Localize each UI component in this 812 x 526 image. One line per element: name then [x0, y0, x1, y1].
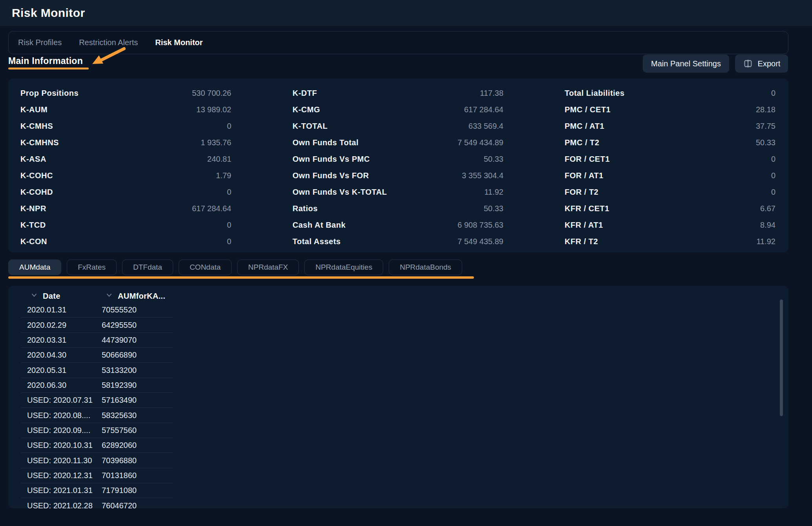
- data-tab-dtfdata[interactable]: DTFdata: [122, 259, 173, 275]
- risk-monitor-page: Risk Monitor Risk ProfilesRestriction Al…: [0, 0, 812, 526]
- table-row[interactable]: USED: 2021.01.3171791080: [21, 483, 173, 498]
- table-cell-value: 50666890: [102, 351, 137, 360]
- table-row[interactable]: 2020.04.3050666890: [21, 348, 173, 363]
- annotation-arrow-icon: [88, 46, 127, 66]
- table-header-label: Date: [43, 292, 60, 301]
- stat-value: 240.81: [207, 155, 231, 164]
- stat-label: K-ASA: [20, 155, 46, 164]
- stat-label: Total Assets: [293, 237, 341, 246]
- table-cell-date: 2020.05.31: [27, 366, 66, 375]
- app-header: Risk Monitor: [0, 0, 812, 26]
- stat-row-k-npr: K-NPR617 284.64: [20, 200, 231, 217]
- stat-label: Ratios: [293, 204, 318, 213]
- table-row[interactable]: USED: 2021.02.2876046720: [21, 498, 173, 508]
- table-cell-value: 58192390: [102, 381, 137, 390]
- table-cell-value: 76046720: [102, 501, 137, 508]
- stat-value: 28.18: [756, 105, 775, 114]
- stat-row-k-cohd: K-COHD0: [20, 184, 231, 200]
- export-button[interactable]: Export: [735, 55, 788, 73]
- stats-column-2: K-DTF117.38K-CMG617 284.64K-TOTAL633 569…: [293, 85, 503, 250]
- table-row[interactable]: 2020.05.3153133200: [21, 363, 173, 378]
- data-tab-condata[interactable]: CONdata: [179, 259, 232, 275]
- stat-label: K-CON: [20, 237, 47, 246]
- stat-row-k-con: K-CON0: [20, 233, 231, 250]
- table-cell-date: 2020.02.29: [27, 321, 66, 330]
- stat-row-total-liabilities: Total Liabilities0: [565, 85, 775, 101]
- stat-row-pmc-at1: PMC / AT137.75: [565, 118, 775, 134]
- stat-row-own-funds-vs-k-total: Own Funds Vs K-TOTAL11.92: [293, 184, 503, 200]
- data-tab-nprdataequities[interactable]: NPRdataEquities: [304, 259, 383, 275]
- table-body: 2020.01.31705555202020.02.29642955502020…: [21, 303, 173, 508]
- stat-label: K-CMG: [293, 105, 320, 114]
- table-scrollbar[interactable]: [780, 300, 783, 416]
- main-panel-settings-label: Main Panel Settings: [651, 59, 721, 68]
- main-panel-settings-button[interactable]: Main Panel Settings: [643, 55, 729, 73]
- table-row[interactable]: 2020.01.3170555520: [21, 303, 173, 318]
- stat-label: FOR / T2: [565, 188, 598, 197]
- data-tab-aumdata[interactable]: AUMdata: [8, 259, 61, 275]
- stat-value: 0: [771, 171, 775, 180]
- stat-label: Prop Positions: [20, 89, 79, 98]
- table-row[interactable]: 2020.02.2964295550: [21, 318, 173, 332]
- stat-label: PMC / T2: [565, 138, 599, 147]
- stat-row-ratios: Ratios50.33: [293, 200, 503, 217]
- table-header-aumforka[interactable]: AUMforKA...: [106, 289, 165, 303]
- stat-value: 530 700.26: [192, 89, 231, 98]
- stat-label: K-COHD: [20, 188, 53, 197]
- stat-row-k-total: K-TOTAL633 569.4: [293, 118, 503, 134]
- stat-label: KFR / AT1: [565, 221, 603, 230]
- stat-label: K-DTF: [293, 89, 317, 98]
- stat-label: K-NPR: [20, 204, 46, 213]
- table-cell-date: USED: 2020.08....: [27, 411, 90, 420]
- data-tab-nprdatafx[interactable]: NPRdataFX: [237, 259, 299, 275]
- stat-row-for-t2: FOR / T20: [565, 184, 775, 200]
- data-tab-fxrates[interactable]: FxRates: [67, 259, 117, 275]
- page-title: Risk Monitor: [12, 6, 85, 20]
- table-row[interactable]: USED: 2020.07.3157163490: [21, 393, 173, 408]
- table-row[interactable]: 2020.03.3144739070: [21, 333, 173, 348]
- stat-row-k-aum: K-AUM13 989.02: [20, 101, 231, 118]
- stat-row-own-funds-vs-for: Own Funds Vs FOR3 355 304.4: [293, 167, 503, 184]
- stat-label: KFR / T2: [565, 237, 598, 246]
- table-row[interactable]: USED: 2020.08....58325630: [21, 408, 173, 423]
- table-header-label: AUMforKA...: [118, 292, 165, 301]
- stat-label: Own Funds Vs PMC: [293, 155, 370, 164]
- stat-label: K-TOTAL: [293, 122, 327, 131]
- stat-value: 7 549 434.89: [457, 138, 503, 147]
- stat-row-cash-at-bank: Cash At Bank6 908 735.63: [293, 217, 503, 233]
- table-cell-value: 53133200: [102, 366, 137, 375]
- stat-row-own-funds-total: Own Funds Total7 549 434.89: [293, 134, 503, 151]
- data-tab-nprdatabonds[interactable]: NPRdataBonds: [389, 259, 462, 275]
- stat-row-total-assets: Total Assets7 549 435.89: [293, 233, 503, 250]
- table-row[interactable]: USED: 2020.11.3070396880: [21, 453, 173, 468]
- table-row[interactable]: USED: 2020.09....57557560: [21, 423, 173, 438]
- export-icon: [743, 58, 753, 69]
- stat-label: K-CMHS: [20, 122, 53, 131]
- section-title-underline: [8, 68, 89, 69]
- stat-value: 0: [227, 237, 231, 246]
- nav-tab-risk-profiles[interactable]: Risk Profiles: [18, 38, 62, 47]
- nav-tab-risk-monitor[interactable]: Risk Monitor: [155, 38, 203, 47]
- stat-value: 633 569.4: [468, 122, 503, 131]
- stat-row-k-cmg: K-CMG617 284.64: [293, 101, 503, 118]
- table-header-date[interactable]: Date: [31, 289, 60, 303]
- table-row[interactable]: 2020.06.3058192390: [21, 378, 173, 393]
- stat-row-k-cohc: K-COHC1.79: [20, 167, 231, 184]
- table-cell-date: 2020.01.31: [27, 305, 66, 314]
- table-cell-value: 57557560: [102, 426, 137, 435]
- table-cell-value: 58325630: [102, 411, 137, 420]
- table-cell-date: USED: 2020.07.31: [27, 396, 93, 405]
- data-tabbar-underline: [8, 276, 474, 279]
- stat-label: PMC / CET1: [565, 105, 611, 114]
- stat-label: Own Funds Total: [293, 138, 358, 147]
- stat-label: FOR / CET1: [565, 155, 610, 164]
- table-row[interactable]: USED: 2020.10.3162892060: [21, 438, 173, 453]
- stat-value: 13 989.02: [196, 105, 231, 114]
- stat-value: 617 284.64: [192, 204, 231, 213]
- stat-row-own-funds-vs-pmc: Own Funds Vs PMC50.33: [293, 151, 503, 167]
- stat-label: K-CMHNS: [20, 138, 59, 147]
- stat-label: Cash At Bank: [293, 221, 346, 230]
- table-cell-value: 70555520: [102, 305, 137, 314]
- stat-value: 50.33: [484, 204, 503, 213]
- table-row[interactable]: USED: 2020.12.3170131860: [21, 468, 173, 483]
